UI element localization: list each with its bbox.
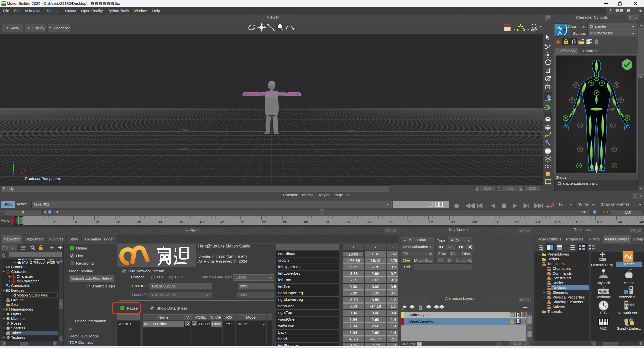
svg-text:140: 140 [617, 220, 623, 224]
svg-text:Devices: Devices [11, 288, 24, 292]
svg-text:Physical Properties: Physical Properties [552, 295, 585, 299]
svg-text:2D: 2D [531, 28, 536, 32]
svg-text:80: 80 [367, 220, 371, 224]
svg-text:130: 130 [576, 220, 582, 224]
svg-text:45: 45 [221, 220, 225, 224]
svg-text:Characters: Characters [552, 266, 571, 271]
svg-text:55: 55 [262, 220, 266, 224]
svg-text:90: 90 [409, 220, 413, 224]
svg-text:35: 35 [179, 220, 183, 224]
svg-text:Elements: Elements [552, 290, 568, 294]
svg-text:Tutorials: Tutorials [547, 309, 562, 314]
svg-text:70: 70 [325, 220, 329, 224]
svg-text:Decks: Decks [552, 281, 563, 285]
svg-text:125: 125 [555, 220, 561, 224]
svg-text:145: 145 [638, 220, 644, 224]
svg-text:Y: Y [13, 162, 15, 165]
svg-text:Sets: Sets [11, 302, 19, 307]
svg-text:30: 30 [158, 220, 162, 224]
svg-text:BLD: BLD [3, 5, 5, 6]
svg-text:Shaders: Shaders [11, 326, 25, 330]
svg-text:105: 105 [471, 220, 477, 224]
svg-text:I/O: I/O [12, 293, 16, 297]
svg-text:Groups: Groups [11, 298, 23, 302]
svg-text:65: 65 [304, 220, 308, 224]
svg-text:Motion Studio Plug: Motion Studio Plug [17, 293, 48, 297]
svg-text:Lights: Lights [11, 312, 21, 316]
svg-text:Cameras: Cameras [11, 265, 26, 269]
svg-text:110: 110 [492, 220, 498, 224]
svg-text:95: 95 [429, 220, 433, 224]
svg-text:Takes: Takes [11, 331, 21, 335]
svg-text:Materials: Materials [11, 316, 26, 321]
svg-text:120: 120 [534, 220, 540, 224]
svg-text:Templates: Templates [547, 262, 565, 266]
svg-text:Poses: Poses [11, 321, 22, 325]
svg-text:100: 100 [450, 220, 456, 224]
svg-text:20: 20 [116, 220, 120, 224]
svg-text:PrevisMoves: PrevisMoves [547, 252, 569, 256]
svg-text:MS_279466849428788...: MS_279466849428788... [22, 260, 59, 264]
svg-text:Devices: Devices [552, 285, 566, 290]
svg-text:Commands: Commands [552, 271, 572, 275]
svg-text:a: a [7, 308, 9, 311]
svg-text:10: 10 [74, 220, 78, 224]
svg-text:85: 85 [388, 220, 392, 224]
svg-text:MSCharacter: MSCharacter [17, 279, 39, 283]
svg-text:75: 75 [346, 220, 350, 224]
svg-text:5: 5 [54, 220, 56, 224]
svg-text:50: 50 [242, 220, 246, 224]
svg-text:Solvers: Solvers [552, 305, 565, 309]
svg-text:X: X [24, 169, 26, 172]
svg-text:Constraints: Constraints [552, 276, 572, 280]
svg-text:Shading Elements: Shading Elements [552, 300, 583, 304]
svg-text:60: 60 [283, 220, 287, 224]
svg-text:Character: Character [17, 274, 33, 278]
svg-text:Textures: Textures [11, 335, 25, 339]
svg-text:Characters: Characters [11, 269, 29, 274]
svg-text:Scripts: Scripts [547, 257, 559, 261]
svg-text:15: 15 [95, 220, 99, 224]
svg-text:Constraints: Constraints [11, 283, 30, 288]
svg-text:135: 135 [596, 220, 602, 224]
svg-text:Namespaces: Namespaces [11, 307, 33, 311]
svg-text:I/O: I/O [6, 289, 10, 292]
svg-text:40: 40 [200, 220, 204, 224]
svg-text:115: 115 [513, 220, 519, 224]
svg-text:25: 25 [137, 220, 141, 224]
